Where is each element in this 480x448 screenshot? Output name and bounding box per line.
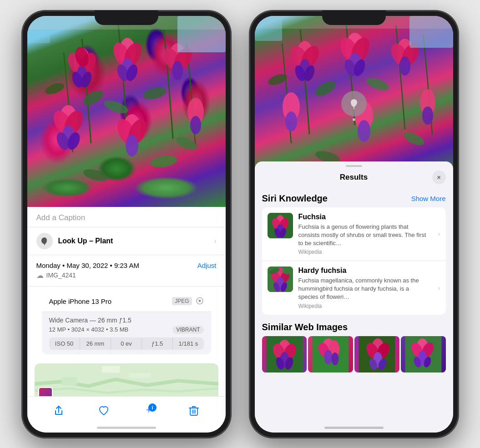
- adjust-button[interactable]: Adjust: [197, 262, 217, 269]
- fuchsia-thumb-image: [268, 213, 293, 238]
- similar-images-section: Similar Web Images: [255, 322, 453, 372]
- lookup-chevron: ›: [214, 237, 216, 245]
- similar-image-4[interactable]: [401, 336, 446, 372]
- svg-point-33: [43, 81, 65, 96]
- similar-image-2[interactable]: [308, 336, 353, 372]
- focal-length: 26 mm: [80, 337, 111, 350]
- map-preview[interactable]: [35, 363, 218, 396]
- similar-image-3[interactable]: [354, 336, 399, 372]
- lens-info: Wide Camera — 26 mm ƒ1.5: [49, 317, 204, 324]
- leaf-icon: [40, 237, 49, 246]
- svg-point-67: [364, 75, 390, 92]
- siri-knowledge-title: Siri Knowledge: [262, 193, 411, 204]
- phone-notch: [95, 10, 158, 25]
- results-header: Results ×: [255, 167, 453, 189]
- svg-point-66: [313, 78, 338, 99]
- iso-value: ISO 50: [49, 337, 80, 350]
- svg-point-28: [190, 116, 201, 134]
- exif-row: ISO 50 26 mm 0 ev ƒ1.5 1/181 s: [49, 337, 204, 350]
- phones-container: Add a Caption Look Up – Plant ›: [22, 10, 459, 438]
- knowledge-card: Fuchsia Fuchsia is a genus of flowering …: [262, 207, 446, 315]
- fuchsia-description: Fuchsia is a genus of flowering plants t…: [298, 223, 429, 248]
- svg-point-69: [402, 129, 426, 147]
- svg-point-61: [285, 111, 297, 131]
- info-button[interactable]: i: [139, 401, 159, 421]
- svg-point-29: [81, 87, 106, 108]
- home-indicator: [97, 427, 156, 429]
- phone-2-notch: [322, 10, 386, 25]
- siri-knowledge-section: Siri Knowledge Show More: [255, 189, 453, 315]
- photo-date: Monday • May 30, 2022 • 9:23 AM: [36, 262, 195, 269]
- phone-2-screen: Results × Siri Knowledge Show More: [255, 16, 453, 433]
- home-indicator-2: [324, 427, 384, 429]
- heart-icon: [98, 405, 109, 416]
- svg-rect-42: [61, 377, 77, 385]
- caption-area[interactable]: Add a Caption: [27, 207, 226, 227]
- camera-header: Apple iPhone 13 Pro JPEG ⦿: [42, 291, 211, 312]
- trash-icon: [189, 405, 199, 416]
- vibrant-badge: VIBRANT: [172, 326, 203, 334]
- resolution-text: 12 MP • 3024 × 4032 • 3.5 MB: [49, 326, 129, 333]
- svg-rect-40: [101, 366, 119, 372]
- svg-point-34: [149, 153, 178, 169]
- cloud-icon: ☁: [36, 271, 44, 280]
- aperture-value: ƒ1.5: [142, 337, 173, 350]
- knowledge-item-2[interactable]: Hardy fuchsia Fuchsia magellanica, commo…: [262, 261, 446, 315]
- camera-wrapper: Apple iPhone 13 Pro JPEG ⦿ Wide Camera —…: [27, 287, 226, 359]
- results-title: Results: [276, 173, 432, 182]
- fuchsia-chevron: ›: [438, 230, 440, 237]
- lookup-label: Look Up – Plant: [58, 237, 113, 245]
- camera-section: Apple iPhone 13 Pro JPEG ⦿ Wide Camera —…: [42, 291, 211, 354]
- similar-img-4-svg: [401, 336, 446, 372]
- show-more-button[interactable]: Show More: [411, 195, 446, 202]
- flower-photo[interactable]: [27, 16, 226, 207]
- flower-svg: [27, 16, 226, 207]
- delete-button[interactable]: [184, 401, 204, 421]
- siri-dot: [353, 118, 355, 121]
- similar-images-title: Similar Web Images: [262, 322, 446, 332]
- siri-circle: [341, 91, 367, 116]
- results-content: Siri Knowledge Show More: [255, 189, 453, 372]
- filename-row: ☁ IMG_4241: [36, 271, 217, 280]
- fuchsia-content: Fuchsia Fuchsia is a genus of flowering …: [298, 213, 429, 256]
- metadata-section: Monday • May 30, 2022 • 9:23 AM Adjust ☁…: [27, 255, 226, 287]
- svg-point-26: [126, 135, 138, 156]
- hardy-fuchsia-description: Fuchsia magellanica, commonly known as t…: [298, 277, 429, 302]
- lookup-row[interactable]: Look Up – Plant ›: [27, 227, 226, 255]
- map-svg: [35, 363, 218, 396]
- hardy-fuchsia-content: Hardy fuchsia Fuchsia magellanica, commo…: [298, 267, 429, 309]
- fuchsia-source: Wikipedia: [298, 249, 429, 255]
- filename-text: IMG_4241: [46, 272, 76, 279]
- shutter-speed: 1/181 s: [173, 337, 203, 350]
- share-button[interactable]: [49, 401, 69, 421]
- close-button[interactable]: ×: [432, 171, 446, 184]
- results-sheet: Results × Siri Knowledge Show More: [255, 161, 453, 433]
- aperture-icon: ⦿: [196, 297, 204, 306]
- similar-img-3-svg: [354, 336, 399, 372]
- knowledge-item-1[interactable]: Fuchsia Fuchsia is a genus of flowering …: [262, 207, 446, 262]
- svg-point-16: [172, 61, 183, 80]
- svg-point-101: [324, 350, 333, 364]
- camera-model: Apple iPhone 13 Pro: [49, 297, 172, 305]
- svg-point-102: [332, 352, 339, 365]
- favorite-button[interactable]: [94, 401, 114, 421]
- similar-images-grid: [262, 336, 446, 372]
- share-icon: [53, 405, 64, 416]
- similar-img-1-svg: [262, 336, 307, 372]
- ev-value: 0 ev: [111, 337, 142, 350]
- fuchsia-title: Fuchsia: [298, 213, 429, 221]
- svg-point-35: [82, 167, 109, 183]
- hardy-fuchsia-source: Wikipedia: [298, 303, 429, 309]
- svg-point-63: [358, 120, 370, 142]
- map-photo-thumb: [38, 387, 53, 396]
- siri-leaf-icon: [348, 97, 360, 110]
- similar-img-2-svg: [308, 336, 353, 372]
- hardy-fuchsia-title: Hardy fuchsia: [298, 267, 429, 275]
- siri-knowledge-header: Siri Knowledge Show More: [262, 189, 446, 207]
- format-badge: JPEG: [172, 297, 192, 305]
- photo-details: Add a Caption Look Up – Plant ›: [27, 207, 226, 396]
- hardy-fuchsia-chevron: ›: [438, 284, 440, 292]
- hardy-fuchsia-thumb: [268, 267, 293, 292]
- lookup-icon: [36, 233, 53, 249]
- similar-image-1[interactable]: [262, 336, 307, 372]
